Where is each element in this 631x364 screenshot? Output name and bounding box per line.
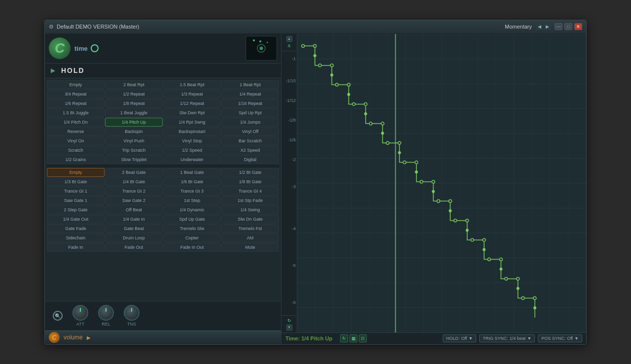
nav-prev[interactable]: ◀ [536,23,543,30]
preset-vinyloff[interactable]: Vinyl Off [221,127,279,136]
preset-slwdngate[interactable]: Slw Dn Gate [221,215,279,224]
preset-12btgate[interactable]: 1/2 Bt Gate [221,168,279,177]
preset-2beatrpt[interactable]: 2 Beat Rpt [105,80,163,89]
maximize-button[interactable]: □ [564,23,572,30]
trig-sync-ctrl[interactable]: TRIG SYNC: 1/4 beat ▼ [479,334,535,342]
att-knob[interactable] [72,305,88,321]
preset-sawgate2[interactable]: Saw Gate 2 [105,196,163,205]
preset-14gateout[interactable]: 1/4 Gate Out [47,215,105,224]
preset-16rep[interactable]: 1/6 Repeat [47,99,105,108]
preset-12grains[interactable]: 1/2 Grains [47,155,105,164]
preset-digital[interactable]: Digital [221,155,279,164]
preset-14btgate[interactable]: 1/4 Bt Gate [105,177,163,186]
preset-13rep[interactable]: 1/3 Repeat [163,90,221,99]
hold-ctrl[interactable]: HOLD: Off ▼ [443,334,476,342]
preset-empty-gate[interactable]: Empty [47,168,105,177]
preset-14rptswng[interactable]: 1/4 Rpt Swng [163,118,221,127]
close-button[interactable]: ✕ [574,23,582,30]
preset-reverse[interactable]: Reverse [47,127,105,136]
preset-trancegt4[interactable]: Trance Gt 4 [221,187,279,196]
preset-13btgate[interactable]: 1/3 Bt Gate [47,177,105,186]
preset-trancegt2[interactable]: Trance Gt 2 [105,187,163,196]
icon-grid[interactable]: ▦ [350,334,357,342]
preset-15beatrpt[interactable]: 1.5 Beat Rpt [163,80,221,89]
preset-underwater[interactable]: Underwater [163,155,221,164]
preset-trancegt3[interactable]: Trance Gt 3 [163,187,221,196]
preset-slwdwnrpt[interactable]: Slw Dwn Rpt [163,108,221,117]
preset-14pitchup[interactable]: 1/4 Pitch Up [105,118,163,127]
preset-2btgate[interactable]: 2 Beat Gate [105,168,163,177]
preset-sawgate1[interactable]: Saw Gate 1 [47,196,105,205]
preset-1btjuggle[interactable]: 1 Beat Juggle [105,108,163,117]
preset-spduprpt[interactable]: Spd Up Rpt [221,108,279,117]
preset-trancegt1[interactable]: Trance Gt 1 [47,187,105,196]
minimize-button[interactable]: — [555,23,562,30]
tns-knob[interactable] [124,305,140,321]
time-info: Time: 1/4 Pitch Up [285,335,332,341]
preset-sidechain[interactable]: Sidechain [47,233,105,242]
rel-knob[interactable] [98,305,114,321]
att-knob-group: ATT [72,305,88,327]
preset-15btjuggle[interactable]: 1.5 Bt Juggle [47,108,105,117]
preset-tremolofst[interactable]: Tremelo Fst [221,224,279,233]
right-panel: ▲ X -1 -1/15 -1/12 -1/8 -1/6 -2 -3 -4 -5 [281,34,586,344]
preset-fadeout[interactable]: Fade Out [105,243,163,252]
preset-fadeinout[interactable]: Fade In Out [163,243,221,252]
pos-sync-value: Off [567,336,573,341]
preset-12rep[interactable]: 1/2 Repeat [105,90,163,99]
preset-backspin[interactable]: Backspin [105,127,163,136]
preset-14swing[interactable]: 1/4 Swing [221,205,279,214]
preset-14gatein[interactable]: 1/4 Gate In [105,215,163,224]
preset-34rep[interactable]: 3/4 Repeat [47,90,105,99]
scroll-down-button[interactable]: ▼ [286,325,292,331]
preset-1ststep[interactable]: 1st Step [163,196,221,205]
preset-spdupgate[interactable]: Spd Up Gate [163,215,221,224]
preset-1ststpfade[interactable]: 1st Stp Fade [221,196,279,205]
preset-backspinstart[interactable]: Backspinstart [163,127,221,136]
preset-112rep[interactable]: 1/12 Repeat [163,99,221,108]
preset-1btgate[interactable]: 1 Beat Gate [163,168,221,177]
preset-vinylpush[interactable]: Vinyl Push [105,136,163,145]
preset-gatebeat[interactable]: Gate Beat [105,224,163,233]
icon-loop[interactable]: ↻ [340,334,348,342]
preset-barscratch[interactable]: Bar Scratch [221,136,279,145]
preset-2stepgate[interactable]: 2 Step Gate [47,205,105,214]
preset-tripscratch[interactable]: Trip Scratch [105,146,163,155]
preset-14dynamic[interactable]: 1/4 Dynamic [163,205,221,214]
preset-18rep[interactable]: 1/8 Repeat [105,99,163,108]
preset-offbeat[interactable]: Off Beat [105,205,163,214]
preset-16btgate[interactable]: 1/6 Bt Gate [163,177,221,186]
preset-vinylstop[interactable]: Vinyl Stop [163,136,221,145]
loop-btn[interactable]: ↻ [287,318,292,324]
preset-slowtrip[interactable]: Slow Tripplet [105,155,163,164]
scroll-up-button[interactable]: ▲ [286,36,292,42]
preset-copter[interactable]: Copter [163,233,221,242]
preset-gatefade[interactable]: Gate Fade [47,224,105,233]
pos-sync-ctrl[interactable]: POS SYNC: Off ▼ [538,334,582,342]
hold-ctrl-label: HOLD: [446,336,460,341]
preset-tremolosl[interactable]: Tremelo Slw [163,224,221,233]
nav-next[interactable]: ▶ [544,23,551,30]
preset-1beatrpt[interactable]: 1 Beat Rpt [221,80,279,89]
preset-vinylo[interactable]: Vinyl On [47,136,105,145]
preset-14rep[interactable]: 1/4 Repeat [221,90,279,99]
preset-14jumps[interactable]: 1/4 Jumps [221,118,279,127]
preset-drumloop[interactable]: Drum Loop [105,233,163,242]
preset-row-14: 2 Step Gate Off Beat 1/4 Dynamic 1/4 Swi… [47,205,279,214]
preset-x2speed[interactable]: X2 Speed [221,146,279,155]
preset-am[interactable]: AM [221,233,279,242]
preset-fadein[interactable]: Fade In [47,243,105,252]
zoom-icon[interactable]: 🔍 [53,311,63,321]
icon-snap[interactable]: ⊡ [359,334,367,342]
preset-116rep[interactable]: 1/16 Repeat [221,99,279,108]
preset-empty[interactable]: Empty [47,80,105,89]
preset-mute[interactable]: Mute [221,243,279,252]
preset-18btgate[interactable]: 1/8 Bt Gate [221,177,279,186]
title-left: ⚙ Default DEMO VERSION (Master) [49,24,139,30]
x-label[interactable]: X [286,43,292,49]
preset-row-5: 1/4 Pitch Dn 1/4 Pitch Up 1/4 Rpt Swng 1… [47,118,279,127]
preset-12speed[interactable]: 1/2 Speed [163,146,221,155]
preset-scratch[interactable]: Scratch [47,146,105,155]
preset-14pitchdn[interactable]: 1/4 Pitch Dn [47,118,105,127]
piano-roll-canvas[interactable] [297,34,586,332]
